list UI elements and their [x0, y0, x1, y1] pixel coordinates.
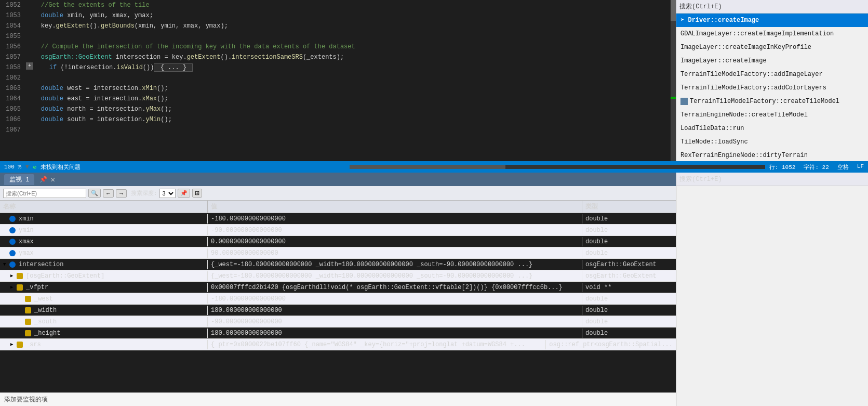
editor-scrollbar[interactable] [671, 0, 676, 161]
watch-value-cell: -90.000000000000000 [208, 226, 582, 235]
search-watch-button[interactable]: 🔍 [88, 189, 101, 198]
code-line-1063: 1063 double west = intersection.xMin(); [0, 83, 671, 94]
watch-row-ymax: ymax 90.000000000000000 double [0, 247, 676, 259]
call-stack-item[interactable]: LoadTileData::run [676, 122, 868, 135]
nav-forward-button[interactable]: → [116, 189, 127, 198]
watch-value-cell: -180.000000000000000 [208, 294, 582, 304]
active-icon: ➤ [680, 17, 688, 24]
watch-type-cell: double [582, 329, 676, 338]
pin-icon[interactable]: 📌 [39, 176, 47, 184]
call-stack-list[interactable]: ➤ Driver::createImage GDALImageLayer::cr… [676, 14, 868, 161]
watch-type-cell: osgEarth::GeoExtent [582, 271, 676, 281]
expand-collapse-icon[interactable]: + [26, 62, 33, 70]
var-name: xmax [19, 238, 34, 245]
zoom-level: 100 % [4, 164, 21, 170]
call-stack-item[interactable]: ImageLayer::createImageInKeyProfile [676, 41, 868, 54]
watch-row-xmax: xmax 0.000000000000000000 double [0, 236, 676, 247]
watch-name-cell: xmin [0, 214, 208, 224]
expand-triangle[interactable]: ▼ [3, 262, 8, 267]
watch-name-cell: _south [0, 317, 208, 326]
call-stack-item-active[interactable]: ➤ Driver::createImage [676, 14, 868, 27]
watch-value-cell: -180.000000000000000 [208, 214, 582, 224]
line-content: if (!intersection.isValid()) { ... } [34, 62, 671, 73]
watch-value-cell: {_west=-180.000000000000000 _width=180.0… [208, 271, 582, 281]
watch-row-height: _height 180.000000000000000 double [0, 328, 676, 339]
watch-value-cell: 90.000000000000000 [208, 248, 582, 258]
var-icon [25, 296, 31, 302]
close-watch-button[interactable]: ✕ [50, 175, 55, 184]
expand-triangle[interactable]: ▶ [10, 273, 16, 279]
watch-name-cell: ▼ intersection [0, 260, 208, 269]
var-icon [25, 330, 31, 336]
call-stack-panel: 搜索(Ctrl+E) ➤ Driver::createImage GDALIma… [676, 0, 868, 161]
watch-value-cell: 180.000000000000000 [208, 306, 582, 315]
watch-row-south: _south -90.000000000000000 double [0, 316, 676, 328]
line-number: 1063 [0, 83, 26, 94]
line-content [26, 31, 671, 42]
line-number: 1062 [0, 73, 26, 83]
expand-triangle[interactable]: ▶ [10, 342, 16, 347]
var-icon [25, 307, 31, 313]
line-content: double east = intersection.xMax(); [26, 94, 671, 104]
code-line-1066: 1066 double south = intersection.yMin(); [0, 114, 671, 125]
line-number: 1064 [0, 94, 26, 104]
code-line-1056: 1056 // Compute the intersection of the … [0, 42, 671, 52]
call-stack-item[interactable]: TerrainEngineNode::createTileModel [676, 108, 868, 122]
watch-type-cell: double [582, 214, 676, 224]
var-name: _vfptr [26, 284, 48, 291]
watch-type-cell: double [582, 317, 676, 326]
line-content: osgEarth::GeoExtent intersection = key.g… [26, 52, 671, 62]
code-lines: 1052 //Get the extents of the tile 1053 … [0, 0, 671, 135]
watch-table-header: 名称 值 类型 [0, 201, 676, 213]
watch-panel-header: 监视 1 📌 ✕ [0, 173, 676, 186]
line-content: double south = intersection.yMin(); [26, 114, 671, 125]
call-stack-item[interactable]: TerrainTileModelFactory::createTileModel [676, 95, 868, 108]
call-stack-item[interactable]: TileNode::loadSync [676, 135, 868, 149]
code-line-1058: 1058 + if (!intersection.isValid()) { ..… [0, 62, 671, 73]
var-name: ymax [19, 250, 34, 257]
watch-type-cell: osg::ref_ptr<osgEarth::Spatial... [546, 340, 676, 349]
add-watch-label[interactable]: 添加要监视的项 [0, 392, 676, 406]
status-right: 行: 1052 字符: 22 空格 LF [769, 163, 864, 171]
call-stack-item[interactable]: TerrainTileModelFactory::addImageLayer [676, 68, 868, 81]
watch-toolbar: 🔍 ← → 搜索深度: 3 1 2 4 5 📌 ⊞ [0, 186, 676, 201]
line-number: 1056 [0, 42, 26, 52]
line-content: key.getExtent().getBounds(xmin, ymin, xm… [26, 21, 671, 31]
watch-value-cell: {_west=-180.000000000000000 _width=180.0… [208, 260, 582, 269]
bottom-right-panel: 搜索(Ctrl+E) [676, 173, 868, 406]
call-stack-item[interactable]: ImageLayer::createImage [676, 54, 868, 68]
col-name-header: 名称 [0, 201, 208, 213]
line-number: 1052 [0, 0, 26, 10]
var-icon [9, 239, 16, 245]
pin-toolbar-button[interactable]: 📌 [178, 189, 190, 198]
code-line-1053: 1053 double xmin, ymin, xmax, ymax; [0, 10, 671, 21]
main-container: 1052 //Get the extents of the tile 1053 … [0, 0, 868, 406]
depth-label: 搜索深度: [131, 189, 157, 197]
watch-rows[interactable]: xmin -180.000000000000000 double ymin -9… [0, 213, 676, 392]
code-line-1065: 1065 double north = intersection.yMax(); [0, 104, 671, 114]
depth-select[interactable]: 3 1 2 4 5 [159, 189, 176, 198]
expand-triangle[interactable]: ▶ [10, 284, 16, 290]
var-name: xmin [19, 215, 34, 222]
code-editor[interactable]: 1052 //Get the extents of the tile 1053 … [0, 0, 671, 161]
call-stack-item[interactable]: RexTerrainEngineNode::dirtyTerrain [676, 149, 868, 161]
line-content [26, 125, 671, 135]
watch-tab-1[interactable]: 监视 1 [4, 174, 34, 185]
char-label: 字符: 22 [804, 163, 829, 171]
call-stack-item[interactable]: GDALImageLayer::createImageImplementatio… [676, 27, 868, 41]
line-number: 1055 [0, 31, 26, 42]
expand-all-button[interactable]: ⊞ [192, 189, 202, 198]
watch-row-geoextent: ▶ [osgEarth::GeoExtent] {_west=-180.0000… [0, 270, 676, 282]
ok-icon: ⊘ [33, 164, 37, 171]
lf-label: LF [857, 163, 864, 171]
var-name: ymin [19, 227, 34, 234]
horizontal-scrollbar[interactable] [350, 165, 765, 169]
watch-search-input[interactable] [3, 189, 86, 198]
line-content: double north = intersection.yMax(); [26, 104, 671, 114]
watch-name-cell: xmax [0, 237, 208, 246]
watch-name-cell: ymin [0, 226, 208, 235]
bottom-right-list[interactable] [676, 186, 868, 406]
bottom-section: 监视 1 📌 ✕ 🔍 ← → 搜索深度: 3 1 2 4 5 📌 ⊞ [0, 173, 868, 406]
nav-back-button[interactable]: ← [103, 189, 114, 198]
call-stack-item[interactable]: TerrainTileModelFactory::addColorLayers [676, 81, 868, 95]
